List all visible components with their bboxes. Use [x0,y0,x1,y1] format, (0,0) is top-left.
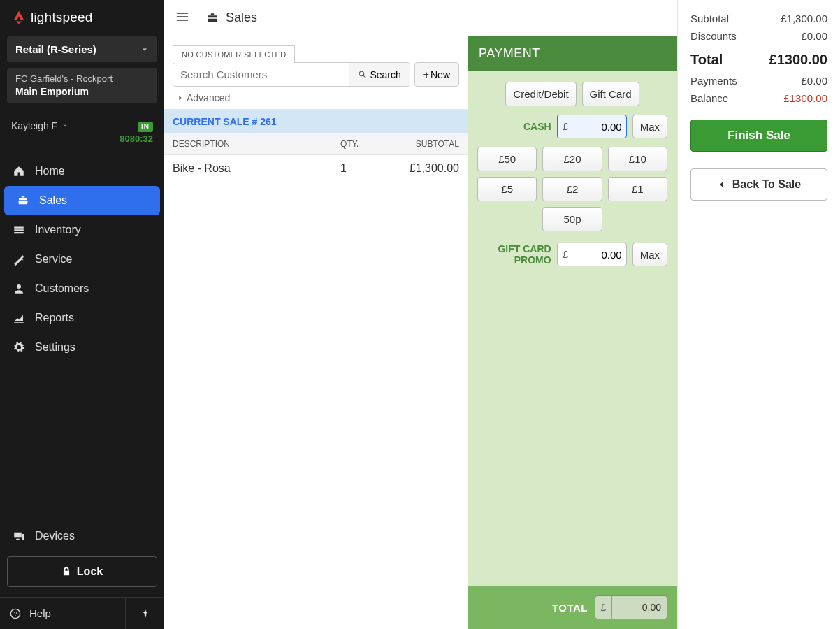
register-icon [17,194,29,207]
gift-promo-row: GIFT CARDPROMO £ Max [477,243,667,266]
location-register: Main Emporium [15,85,149,98]
summary-total-label: Total [690,52,723,68]
cash-input[interactable] [574,115,627,138]
nav-reports[interactable]: Reports [0,303,164,333]
no-customer-tab[interactable]: NO CUSTOMER SELECTED [173,45,295,63]
clock-time: 8080:32 [120,133,153,144]
nav-inventory[interactable]: Inventory [0,215,164,245]
summary-discounts-value: £0.00 [801,30,827,42]
product-selector[interactable]: Retail (R-Series) [7,36,157,62]
product-selector-label: Retail (R-Series) [15,43,96,55]
nav-devices-label: Devices [35,530,75,542]
brand-text: lightspeed [31,10,93,25]
help-label: Help [29,607,51,619]
currency-symbol: £ [595,596,612,619]
nav: Home Sales Inventory Service Customers R… [0,154,164,517]
denom-1[interactable]: £1 [608,177,667,201]
content: NO CUSTOMER SELECTED Search + New [164,36,677,629]
lightspeed-logo-icon [11,10,27,25]
gift-promo-label: GIFT CARDPROMO [498,243,551,266]
advanced-toggle[interactable]: Advanced [177,92,459,103]
nav-bottom: Devices Lock [0,517,164,597]
lock-button[interactable]: Lock [7,556,157,587]
denomination-grid: £50 £20 £10 £5 £2 £1 50p [477,147,667,231]
customers-icon [13,282,25,295]
current-sale-header: CURRENT SALE # 261 [164,110,468,133]
summary-panel: Subtotal £1,300.00 Discounts £0.00 Total… [678,0,840,629]
gift-promo-max-button[interactable]: Max [632,243,667,266]
hamburger-button[interactable] [173,7,192,29]
new-button-label: New [430,69,450,80]
nav-home[interactable]: Home [0,157,164,186]
denom-10[interactable]: £10 [608,147,667,171]
nav-settings[interactable]: Settings [0,333,164,362]
service-icon [13,253,25,266]
chevron-right-icon [177,94,184,101]
cash-max-button[interactable]: Max [632,115,667,138]
denom-2[interactable]: £2 [542,177,602,201]
summary-payments-row: Payments £0.00 [690,75,827,87]
register-icon [206,12,219,24]
nav-reports-label: Reports [35,312,74,324]
user-menu[interactable]: Kayleigh F [11,120,68,131]
gear-icon [13,341,25,354]
payment-methods: Credit/Debit Gift Card [477,82,667,106]
payment-total-display: £ 0.00 [595,595,667,619]
brand: lightspeed [0,0,164,31]
svg-line-7 [364,75,366,78]
nav-sales-label: Sales [39,194,67,207]
gift-promo-input[interactable] [574,243,627,266]
payment-total-value: 0.00 [612,596,667,619]
search-customers-button[interactable]: Search [349,63,409,86]
svg-point-0 [17,284,21,289]
summary-total-value: £1300.00 [769,52,827,68]
svg-text:?: ? [13,610,17,617]
nav-inventory-label: Inventory [35,224,81,236]
cash-row: CASH £ Max [477,115,667,138]
location-box[interactable]: FC Garfield's - Rockport Main Emporium [7,68,157,103]
nav-settings-label: Settings [35,341,75,354]
summary-balance-value: £1300.00 [783,92,827,104]
denom-20[interactable]: £20 [542,147,602,171]
new-customer-button[interactable]: + New [414,62,459,87]
nav-devices[interactable]: Devices [0,521,164,551]
nav-customers-label: Customers [35,282,89,295]
col-subtotal: SUBTOTAL [382,139,459,149]
nav-service[interactable]: Service [0,245,164,274]
sale-column: NO CUSTOMER SELECTED Search + New [164,36,468,629]
svg-point-6 [360,71,365,76]
nav-customers[interactable]: Customers [0,274,164,303]
reports-icon [13,312,25,324]
sale-table-head: DESCRIPTION QTY. SUBTOTAL [164,133,468,155]
nav-sales[interactable]: Sales [4,186,160,215]
main: Sales NO CUSTOMER SELECTED Search + [164,0,678,629]
denom-5[interactable]: £5 [477,177,537,201]
lock-label: Lock [77,565,103,578]
help-button[interactable]: ? Help [0,598,125,629]
line-qty: 1 [340,162,382,175]
gift-promo-input-group: £ [557,243,627,266]
search-icon [358,70,367,79]
pin-button[interactable] [125,598,164,629]
denom-50p[interactable]: 50p [542,207,602,231]
summary-subtotal-value: £1,300.00 [781,13,827,24]
summary-balance-label: Balance [690,92,728,104]
pin-icon [140,609,150,619]
finish-sale-button[interactable]: Finish Sale [690,120,827,152]
summary-subtotal-label: Subtotal [690,13,729,24]
line-description: Bike - Rosa [173,162,340,175]
lock-icon [61,567,71,577]
sidebar: lightspeed Retail (R-Series) FC Garfield… [0,0,164,629]
denom-50[interactable]: £50 [477,147,537,171]
summary-payments-value: £0.00 [801,75,827,87]
payment-panel: PAYMENT Credit/Debit Gift Card CASH £ Ma… [468,36,677,629]
location-store: FC Garfield's - Rockport [15,73,149,85]
gift-card-button[interactable]: Gift Card [582,82,639,106]
back-to-sale-button[interactable]: Back To Sale [690,168,827,201]
search-customers-input[interactable] [173,63,349,86]
help-icon: ? [10,608,21,619]
sale-line-row[interactable]: Bike - Rosa 1 £1,300.00 [164,155,468,182]
credit-debit-button[interactable]: Credit/Debit [505,82,576,106]
summary-discounts-row: Discounts £0.00 [690,30,827,42]
hamburger-icon [175,10,189,24]
